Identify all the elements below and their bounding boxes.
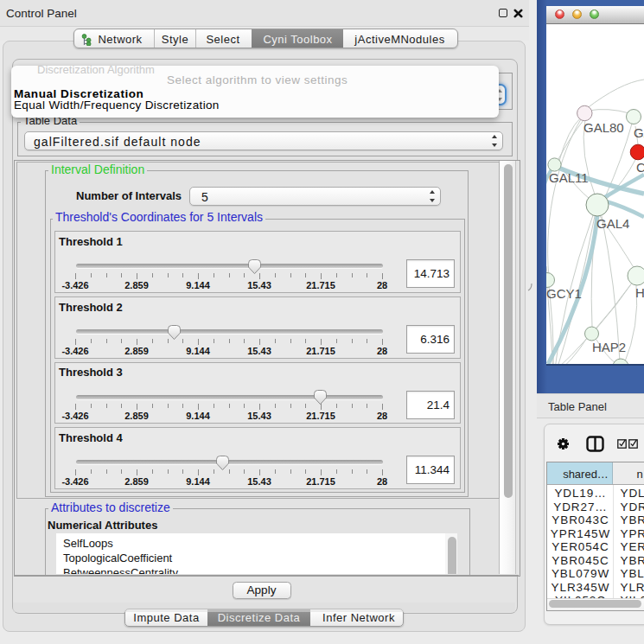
- svg-text:GAL11: GAL11: [549, 170, 589, 185]
- svg-text:GAL80: GAL80: [583, 120, 624, 135]
- svg-text:C: C: [636, 160, 644, 175]
- svg-text:HAP2: HAP2: [592, 340, 626, 354]
- svg-text:GCY1: GCY1: [546, 286, 582, 301]
- svg-text:GA: GA: [634, 125, 644, 140]
- svg-text:GAL4: GAL4: [596, 216, 629, 231]
- svg-text:H: H: [635, 285, 644, 300]
